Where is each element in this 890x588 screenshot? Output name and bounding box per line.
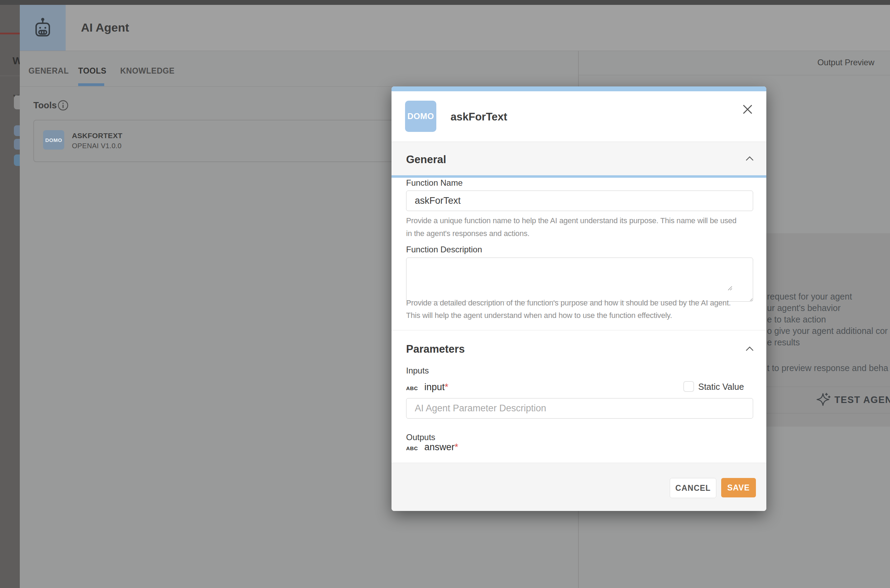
rail-node-card[interactable] (14, 96, 20, 110)
static-value-checkbox[interactable] (683, 381, 694, 392)
parameters-section-divider (391, 330, 766, 330)
placeholder-line: e to take action (767, 314, 888, 325)
page-title: AI Agent (81, 21, 129, 34)
rail-accent-line (0, 33, 20, 34)
tab-bar: GENERAL TOOLS KNOWLEDGE (20, 51, 578, 87)
modal-domo-logo: DOMO (405, 100, 436, 132)
tab-tools[interactable]: TOOLS (78, 66, 106, 76)
input-parameter-name: input (424, 382, 445, 392)
inputs-label: Inputs (406, 366, 428, 376)
robot-icon (33, 18, 53, 38)
modal-accent-bar (391, 86, 766, 91)
static-value-label: Static Value (698, 382, 744, 392)
parameters-section-label: Parameters (406, 343, 465, 356)
placeholder-line: o give your agent additional cor (767, 325, 888, 337)
rail-node-card[interactable] (14, 139, 20, 150)
tool-card-subtitle: OPENAI V1.0.0 (72, 142, 122, 150)
test-agent-button[interactable]: TEST AGENT (834, 394, 890, 405)
required-marker: * (455, 442, 459, 452)
placeholder-line: e results (767, 337, 888, 348)
chevron-up-icon[interactable] (745, 346, 754, 352)
tool-card-title: ASKFORTEXT (72, 132, 122, 140)
domo-logo-tile: DOMO (43, 130, 64, 150)
text-type-icon: ABC (406, 446, 418, 451)
output-preview-title: Output Preview (817, 58, 874, 68)
function-description-label: Function Description (406, 245, 482, 254)
general-section-header: General (391, 142, 766, 175)
modal-footer: CANCEL SAVE (391, 463, 766, 511)
text-type-icon: ABC (406, 385, 418, 391)
page-header: AI Agent (20, 5, 890, 51)
resize-handle-icon[interactable] (727, 285, 732, 291)
placeholder-line: request for your agent (767, 291, 888, 302)
tab-general[interactable]: GENERAL (29, 66, 69, 76)
ai-agent-icon-tile (20, 5, 66, 51)
tools-section-heading: Tools (33, 100, 57, 111)
top-chrome-bar (0, 0, 890, 5)
preview-hint-line: t to preview response and beha (767, 363, 888, 373)
tab-knowledge[interactable]: KNOWLEDGE (120, 66, 175, 76)
input-parameter-row: ABC input* (406, 382, 448, 393)
outputs-label: Outputs (406, 432, 435, 442)
output-parameter-name: answer (424, 442, 454, 452)
function-description-helper: Provide a detailed description of the fu… (406, 297, 731, 322)
active-tab-underline (78, 83, 104, 86)
rail-node-card[interactable] (14, 125, 20, 136)
save-button[interactable]: SAVE (721, 478, 756, 497)
sparkle-icon (816, 392, 831, 408)
cancel-button[interactable]: CANCEL (670, 478, 716, 498)
function-name-label: Function Name (406, 178, 463, 188)
info-icon[interactable] (58, 100, 68, 111)
chevron-up-icon[interactable] (745, 156, 754, 161)
modal-title: askForText (451, 111, 507, 123)
required-marker: * (445, 382, 448, 392)
placeholder-line: ur agent's behavior (767, 302, 888, 314)
rail-text-fragment-top: W (12, 55, 20, 67)
function-name-input[interactable] (406, 190, 753, 211)
output-parameter-row: ABC answer* (406, 442, 458, 453)
function-name-helper: Provide a unique function name to help t… (406, 214, 737, 240)
rail-divider (0, 76, 20, 76)
function-description-textarea[interactable] (406, 258, 753, 302)
parameter-description-input[interactable] (406, 398, 753, 418)
rail-node-card[interactable] (14, 154, 20, 166)
general-section-label: General (406, 153, 446, 166)
sticky-scroll-accent-line (391, 175, 766, 178)
output-preview-header-border (578, 75, 890, 75)
app-root: W VA AI Agent GENER (0, 0, 890, 588)
output-preview-bullet-list: request for your agent ur agent's behavi… (767, 291, 888, 348)
close-icon[interactable] (740, 102, 755, 117)
left-rail: W VA (0, 5, 20, 588)
askfortext-modal: DOMO askForText General Function Name Pr… (391, 86, 766, 511)
